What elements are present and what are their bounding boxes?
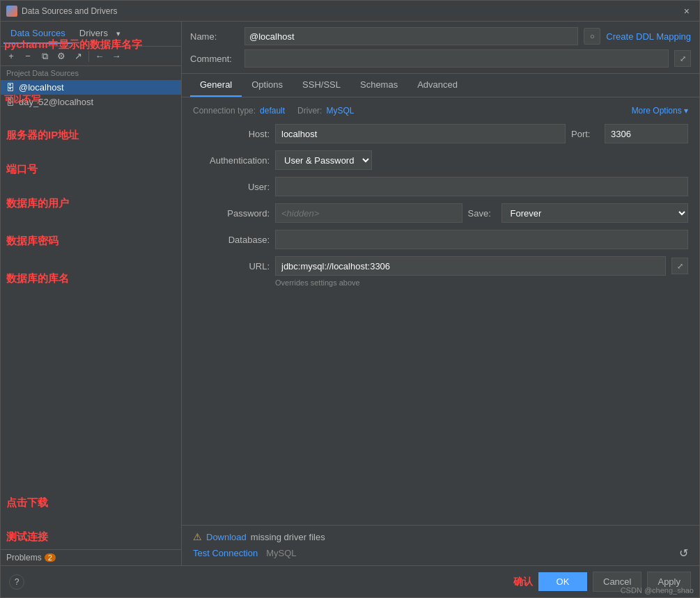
database-label: Database: [193,235,270,245]
comment-label: Comment: [190,54,239,64]
tab-sshssl[interactable]: SSH/SSL [293,74,350,97]
back-button[interactable]: ← [92,49,107,64]
auth-row: Authentication: User & Password No auth … [193,150,688,170]
annotation-server-ip: 服务器的IP地址 [6,129,176,142]
right-header: Name: ○ Create DDL Mapping Comment: ⤢ [182,22,699,74]
name-label: Name: [190,31,239,42]
main-dialog: Data Sources and Drivers × Data Sources … [0,0,700,598]
user-input[interactable] [275,177,688,196]
database-row: Database: [193,230,688,249]
host-input[interactable] [275,124,566,143]
db-icon: 🗄 [6,83,15,93]
tab-advanced[interactable]: Advanced [407,74,467,97]
annotation-database: 数据库的库名 [6,272,176,285]
password-label: Password: [193,208,270,219]
connection-type-row: Connection type: default Driver: MySQL M… [193,106,688,116]
auth-select[interactable]: User & Password No auth LDAP [275,150,372,170]
app-icon [6,6,17,17]
main-content: Data Sources Drivers ▾ + − ⧉ ⚙ ↗ ← → Pro… [1,22,699,565]
problems-badge: 2 [45,553,56,562]
ok-button[interactable]: OK [538,572,587,591]
csdn-watermark: CSDN @cheng_shao [621,586,694,595]
annotation-confirm: 确认 [513,576,533,588]
test-connection-link[interactable]: Test Connection [193,548,258,558]
left-tabs: Data Sources Drivers ▾ [1,22,181,47]
refresh-button[interactable]: ↺ [679,546,688,560]
tab-schemas[interactable]: Schemas [350,74,407,97]
tab-options[interactable]: Options [242,74,293,97]
host-row: Host: Port: [193,124,688,143]
driver-label: Driver: [297,106,322,116]
download-suffix: missing driver files [251,532,325,542]
datasource-name-localhost: @localhost [19,82,64,93]
download-row: ⚠ Download missing driver files [193,531,688,542]
connection-type-value[interactable]: default [260,106,285,116]
tab-drivers[interactable]: Drivers [72,24,115,44]
toolbar: + − ⧉ ⚙ ↗ ← → [1,47,181,66]
project-data-sources-label: Project Data Sources [1,66,181,80]
datasource-item-localhost[interactable]: 🗄 @localhost [1,80,181,95]
annotation-test: 测试连接 [6,530,176,544]
url-overrides-text: Overrides settings above [275,278,688,287]
expand-comment-button[interactable]: ⤢ [674,50,691,67]
tab-data-sources[interactable]: Data Sources [3,24,72,44]
auth-label: Authentication: [193,155,270,166]
forward-button[interactable]: → [109,49,124,64]
copy-datasource-button[interactable]: ⧉ [37,49,52,64]
db-icon-2: 🗄 [6,97,15,107]
password-input[interactable] [275,203,462,223]
title-bar-left: Data Sources and Drivers [6,6,117,17]
title-bar: Data Sources and Drivers × [1,1,699,22]
test-driver-label: MySQL [266,548,296,558]
footer-left: ? [9,574,24,590]
create-ddl-mapping-link[interactable]: Create DDL Mapping [606,31,691,42]
database-input[interactable] [275,230,688,249]
remove-datasource-button[interactable]: − [20,49,36,64]
tab-general[interactable]: General [190,74,242,97]
tabs-dropdown-arrow[interactable]: ▾ [116,29,120,38]
right-panel: Name: ○ Create DDL Mapping Comment: ⤢ Ge… [182,22,699,565]
annotation-user: 数据库的用户 [6,197,176,210]
comment-row: Comment: ⤢ [190,49,691,68]
driver-value[interactable]: MySQL [326,106,354,116]
annotation-port: 端口号 [6,163,176,176]
problems-label: Problems [6,553,42,562]
name-input[interactable] [244,27,578,45]
datasource-item-day52[interactable]: 🗄 day_52@localhost [1,95,181,109]
connection-type-label: Connection type: [193,106,256,116]
close-button[interactable]: × [680,4,694,18]
add-datasource-button[interactable]: + [3,49,19,64]
annotation-download: 点击下载 [6,496,176,510]
host-label: Host: [193,129,270,139]
password-row: Password: Save: Forever For session Neve… [193,203,688,223]
more-options-link[interactable]: More Options ▾ [632,106,688,116]
port-label: Port: [571,129,599,139]
help-button[interactable]: ? [9,574,24,590]
user-row: User: [193,177,688,196]
problems-bar: Problems 2 [1,549,181,565]
left-panel: Data Sources Drivers ▾ + − ⧉ ⚙ ↗ ← → Pro… [1,22,182,565]
settings-button[interactable]: ⚙ [54,49,69,64]
footer: ? 确认 OK Cancel Apply [1,565,699,597]
bottom-area: ⚠ Download missing driver files Test Con… [182,525,699,565]
export-button[interactable]: ↗ [70,49,86,64]
test-row: Test Connection MySQL ↺ [193,546,688,560]
name-row: Name: ○ Create DDL Mapping [190,27,691,45]
save-select[interactable]: Forever For session Never [501,203,689,223]
tabs-bar: General Options SSH/SSL Schemas Advanced [182,74,699,97]
form-area: Connection type: default Driver: MySQL M… [182,97,699,525]
download-link[interactable]: Download [206,532,247,542]
url-label: URL: [193,261,270,272]
annotation-password: 数据库密码 [6,235,176,248]
expand-url-button[interactable]: ⤢ [671,258,688,274]
comment-input[interactable] [244,49,669,68]
url-row: URL: ⤢ [193,256,688,276]
dialog-title: Data Sources and Drivers [22,6,117,16]
save-label: Save: [468,208,496,219]
toolbar-separator [88,51,89,62]
dot-button[interactable]: ○ [584,28,600,45]
user-label: User: [193,182,270,192]
port-input[interactable] [605,124,688,143]
warning-icon: ⚠ [193,531,202,542]
url-input[interactable] [275,256,666,276]
